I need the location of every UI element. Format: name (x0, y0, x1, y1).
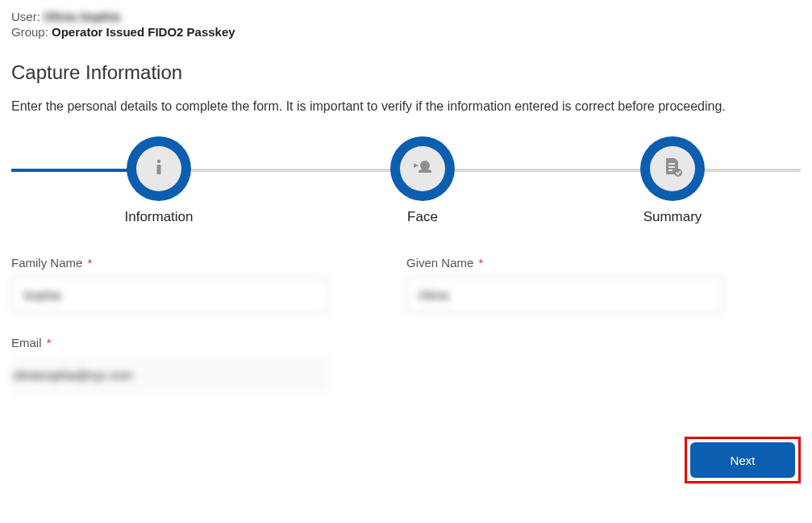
summary-icon (661, 156, 684, 182)
group-label: Group: (11, 25, 48, 39)
svg-point-6 (674, 169, 682, 177)
group-meta: Group: Operator Issued FIDO2 Passkey (11, 25, 801, 39)
email-label: Email * (11, 336, 329, 349)
page-instructions: Enter the personal details to complete t… (11, 97, 801, 115)
family-name-input[interactable] (11, 276, 329, 313)
step-face-label: Face (407, 209, 438, 225)
required-asterisk: * (479, 256, 484, 270)
given-name-input[interactable] (406, 276, 724, 313)
svg-point-0 (157, 160, 160, 163)
family-name-label: Family Name * (11, 256, 329, 270)
given-name-group: Given Name * (406, 256, 724, 313)
user-value: Olivia Sophia (44, 10, 120, 23)
required-asterisk: * (47, 336, 52, 349)
user-meta: User: Olivia Sophia (11, 10, 801, 23)
user-label: User: (11, 10, 40, 23)
next-button[interactable]: Next (690, 442, 795, 478)
svg-rect-4 (668, 166, 675, 168)
group-value: Operator Issued FIDO2 Passkey (52, 25, 235, 39)
email-group: Email * oliviasophia@xyz.com (11, 336, 329, 393)
email-value: oliviasophia@xyz.com (11, 356, 329, 393)
svg-rect-5 (668, 169, 673, 171)
family-name-group: Family Name * (11, 256, 329, 313)
step-information-label: Information (124, 209, 193, 225)
svg-rect-3 (668, 163, 675, 165)
stepper: Information Face (11, 136, 801, 191)
page-title: Capture Information (11, 61, 801, 84)
svg-point-2 (420, 161, 430, 170)
next-highlight: Next (685, 437, 801, 483)
step-face: Face (390, 136, 455, 201)
info-icon (149, 157, 169, 180)
svg-rect-1 (157, 165, 161, 174)
step-summary-label: Summary (643, 209, 702, 225)
given-name-label: Given Name * (406, 256, 724, 270)
face-icon (410, 155, 435, 182)
required-asterisk: * (88, 256, 93, 270)
step-summary: Summary (640, 136, 705, 201)
step-information: Information (127, 136, 191, 201)
